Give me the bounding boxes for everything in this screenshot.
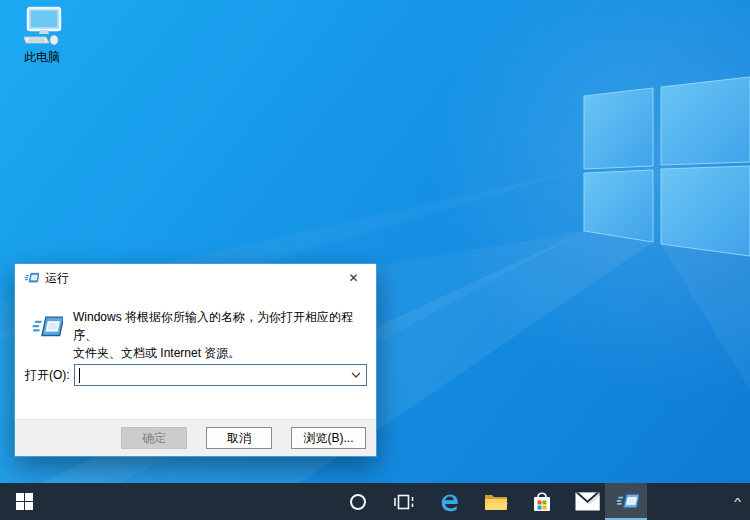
store-bag-icon	[531, 491, 553, 513]
tray-expand-button[interactable]: ^	[725, 483, 750, 520]
tray-expand-chevron-icon: ^	[734, 497, 741, 507]
close-icon[interactable]: ✕	[331, 264, 376, 292]
taskbar: ^	[0, 483, 750, 520]
description-line-1: Windows 将根据你所输入的名称，为你打开相应的程序、	[73, 310, 353, 342]
run-dialog-description: Windows 将根据你所输入的名称，为你打开相应的程序、 文件夹、文档或 In…	[73, 308, 373, 362]
desktop-icon-label: 此电脑	[13, 50, 71, 64]
browse-button[interactable]: 浏览(B)...	[291, 427, 366, 449]
task-view-button[interactable]	[384, 483, 424, 520]
run-dialog-titlebar[interactable]: 运行 ✕	[15, 264, 376, 292]
open-input[interactable]	[75, 365, 346, 385]
desktop-screen: 此电脑 运行 ✕	[0, 0, 750, 520]
cortana-circle-icon	[349, 493, 367, 511]
ok-button[interactable]: 确定	[121, 427, 187, 449]
open-combobox[interactable]	[74, 364, 367, 386]
this-pc-icon	[20, 5, 64, 49]
desktop-icon-this-pc[interactable]: 此电脑	[13, 5, 71, 64]
run-dialog: 运行 ✕ Windows 将根据你所输入的名称，为你打开相应的程序、 文件夹、文…	[14, 263, 377, 457]
edge-browser-button[interactable]	[430, 483, 470, 520]
open-field-label: 打开(O):	[25, 364, 70, 386]
run-window-icon	[23, 270, 39, 286]
run-dialog-title: 运行	[45, 270, 69, 287]
description-line-2: 文件夹、文档或 Internet 资源。	[73, 346, 240, 360]
task-view-icon	[394, 493, 414, 511]
cancel-button[interactable]: 取消	[206, 427, 272, 449]
cortana-button[interactable]	[338, 483, 378, 520]
mail-button[interactable]	[567, 483, 607, 520]
edge-e-icon	[438, 490, 462, 514]
store-button[interactable]	[522, 483, 562, 520]
combo-dropdown-button[interactable]	[346, 365, 366, 385]
run-dialog-footer: 确定 取消 浏览(B)...	[15, 419, 376, 456]
taskbar-run-app-button[interactable]	[605, 483, 647, 520]
file-explorer-button[interactable]	[476, 483, 516, 520]
run-window-icon	[614, 489, 639, 514]
text-caret	[79, 368, 80, 383]
envelope-icon	[575, 492, 600, 511]
windows-logo-icon	[16, 493, 33, 510]
start-button[interactable]	[0, 483, 48, 520]
chevron-down-icon	[351, 372, 361, 378]
run-window-icon	[29, 310, 63, 344]
folder-icon	[484, 492, 508, 512]
